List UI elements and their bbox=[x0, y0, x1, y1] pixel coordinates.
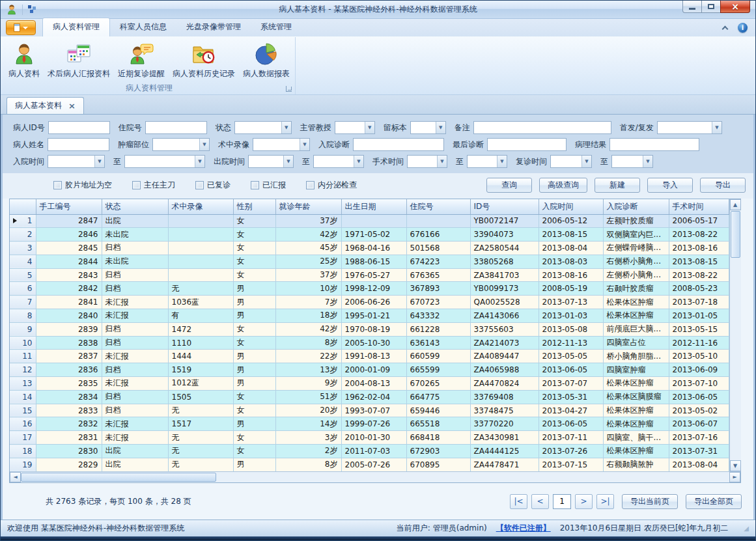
ribbon-button-postop-report-data[interactable]: 术后病人汇报资料 bbox=[44, 39, 114, 81]
ribbon-tab-disc-video-management[interactable]: 光盘录像带管理 bbox=[176, 18, 251, 36]
admission-time-to-combo[interactable] bbox=[124, 155, 205, 168]
scroll-down-button[interactable]: ▼ bbox=[730, 460, 741, 471]
final-diagnosis-input[interactable] bbox=[487, 138, 567, 151]
table-row[interactable]: 122836归档1519男13岁2000-01-09665599ZA406598… bbox=[10, 363, 729, 377]
horizontal-scroll-thumb[interactable] bbox=[21, 473, 216, 482]
professor-combo[interactable] bbox=[335, 121, 375, 134]
scroll-up-button[interactable]: ▲ bbox=[730, 199, 741, 210]
table-row[interactable]: 102838归档1110女8岁2005-10-30636143ZA4214073… bbox=[10, 336, 729, 350]
table-row[interactable]: 162832未汇报1517男14岁1999-07-266655183377022… bbox=[10, 417, 729, 431]
vertical-scroll-track[interactable] bbox=[730, 258, 741, 460]
ribbon-button-patient-history[interactable]: 病人资料历史记录 bbox=[169, 39, 239, 81]
admission-time-from-combo[interactable] bbox=[48, 155, 105, 168]
revisit-time-to-combo[interactable] bbox=[611, 155, 653, 168]
table-row[interactable]: 132835未汇报1012蓝男9岁2004-08-13670265ZA44708… bbox=[10, 377, 729, 391]
ribbon-button-patient-data[interactable]: 病人资料 bbox=[5, 39, 44, 81]
table-row[interactable]: 42844未出院女25岁1988-06-15674223338052682013… bbox=[10, 255, 729, 268]
ribbon-button-revisit-reminder[interactable]: 近期复诊提醒 bbox=[114, 39, 169, 81]
ribbon-tab-system-management[interactable]: 系统管理 bbox=[251, 18, 301, 36]
new-button[interactable]: 新建 bbox=[595, 178, 640, 193]
scroll-left-button[interactable]: ◄ bbox=[10, 472, 21, 482]
table-row[interactable]: 142834归档1505女51岁1962-02-0466477533769408… bbox=[10, 390, 729, 404]
column-header-id-no[interactable]: ID号 bbox=[470, 199, 539, 214]
table-row[interactable]: 152833归档无女20岁1993-07-0765944633748475201… bbox=[10, 404, 729, 417]
scroll-right-button[interactable]: ► bbox=[729, 472, 740, 482]
info-icon[interactable]: i bbox=[738, 23, 748, 33]
table-row[interactable]: 92839归档1472女42岁1970-08-19661228337556032… bbox=[10, 322, 729, 336]
import-button[interactable]: 导入 bbox=[647, 178, 693, 193]
table-row[interactable]: 12847出院女37岁YB00721472006-05-12左额叶胶质瘤2006… bbox=[10, 214, 729, 228]
advanced-query-button[interactable]: 高级查询 bbox=[539, 178, 587, 193]
vertical-scroll-thumb[interactable] bbox=[731, 211, 740, 258]
tumor-site-combo[interactable] bbox=[152, 138, 210, 151]
surgery-time-to-combo[interactable] bbox=[467, 155, 507, 168]
current-page-input[interactable] bbox=[553, 494, 571, 509]
last-page-button[interactable]: >| bbox=[596, 494, 614, 509]
group-dialog-launcher-icon[interactable] bbox=[286, 86, 292, 92]
table-row[interactable]: 62842归档无男10岁1998-12-09367893YB0099173200… bbox=[10, 282, 729, 296]
table-row[interactable]: 82840未汇报有男18岁1995-01-21643332ZA414306620… bbox=[10, 309, 729, 323]
status-combo[interactable] bbox=[234, 121, 292, 134]
query-button[interactable]: 查询 bbox=[486, 178, 532, 193]
remark-input[interactable] bbox=[473, 121, 611, 134]
checkbox-film-address-empty[interactable]: 胶片地址为空 bbox=[53, 180, 112, 191]
checkbox-revisited[interactable]: 已复诊 bbox=[195, 180, 231, 191]
table-row[interactable]: 52843归档女37岁1976-05-27676365ZA38417032013… bbox=[10, 268, 729, 282]
column-header-admission-diagnosis[interactable]: 入院诊断 bbox=[603, 199, 669, 214]
table-row[interactable]: 182830出院无女2岁2011-07-03672903ZA4444125201… bbox=[10, 445, 729, 458]
specimen-combo[interactable] bbox=[410, 121, 446, 134]
export-all-pages-button[interactable]: 导出全部页 bbox=[686, 494, 742, 509]
checkbox-reported[interactable]: 已汇报 bbox=[251, 180, 286, 191]
collapse-ribbon-icon[interactable] bbox=[722, 26, 729, 33]
checkbox-endocrine-exam[interactable]: 内分泌检查 bbox=[306, 180, 357, 191]
close-button[interactable] bbox=[720, 1, 750, 13]
discharge-time-to-combo[interactable] bbox=[313, 155, 364, 168]
next-page-button[interactable]: > bbox=[575, 494, 593, 509]
vertical-scrollbar[interactable]: ▲ ▼ bbox=[729, 199, 741, 471]
surgery-video-combo[interactable] bbox=[253, 138, 310, 151]
pathology-result-input[interactable] bbox=[609, 138, 699, 151]
column-header-admission-no[interactable]: 住院号 bbox=[406, 199, 470, 214]
ribbon-tab-patient-data-management[interactable]: 病人资料管理 bbox=[42, 18, 110, 36]
admission-no-input[interactable] bbox=[145, 121, 207, 134]
first-page-button[interactable]: |< bbox=[510, 494, 527, 509]
export-current-page-button[interactable]: 导出当前页 bbox=[622, 494, 678, 509]
column-header-manual-no[interactable]: 手工编号 bbox=[36, 199, 102, 214]
surgery-time-from-combo[interactable] bbox=[407, 155, 447, 168]
export-button[interactable]: 导出 bbox=[700, 178, 746, 193]
ribbon-button-patient-report[interactable]: 病人数据报表 bbox=[239, 39, 294, 81]
revisit-time-from-combo[interactable] bbox=[550, 155, 592, 168]
license-registered-link[interactable]: 【软件已注册】 bbox=[496, 523, 551, 534]
horizontal-scrollbar[interactable]: ◄ ► bbox=[10, 471, 740, 482]
column-header-row-selector[interactable] bbox=[10, 199, 36, 214]
column-header-surgery-video[interactable]: 术中录像 bbox=[168, 199, 233, 214]
discharge-time-from-combo[interactable] bbox=[248, 155, 294, 168]
table-row[interactable]: 192829出院无男8岁2005-07-26670895ZA4478471201… bbox=[10, 458, 729, 471]
table-row[interactable]: 22846未出院女42岁1971-05-02676166339040732013… bbox=[10, 228, 729, 242]
maximize-button[interactable] bbox=[701, 1, 721, 13]
patient-id-input[interactable] bbox=[48, 121, 110, 134]
tab-patient-basic-info[interactable]: 病人基本资料 bbox=[7, 97, 84, 114]
table-row[interactable]: 32845归档女45岁1968-04-16501568ZA25805442013… bbox=[10, 242, 729, 255]
patient-name-input[interactable] bbox=[48, 138, 109, 151]
column-header-status[interactable]: 状态 bbox=[102, 199, 168, 214]
column-header-surgery-time[interactable]: 手术时间 bbox=[669, 199, 729, 214]
minimize-button[interactable] bbox=[682, 1, 702, 13]
ribbon-tab-department-staff-info[interactable]: 科室人员信息 bbox=[110, 18, 176, 36]
resize-grip-icon[interactable] bbox=[744, 525, 749, 532]
quick-access-grid-icon[interactable] bbox=[27, 5, 37, 14]
tab-close-icon[interactable] bbox=[68, 101, 76, 111]
column-header-birth-date[interactable]: 出生日期 bbox=[341, 199, 406, 214]
application-menu-button[interactable] bbox=[6, 20, 36, 35]
admission-diagnosis-input[interactable] bbox=[353, 138, 444, 151]
column-header-gender[interactable]: 性别 bbox=[233, 199, 275, 214]
table-row[interactable]: 172831未汇报无女3岁2010-01-30668418ZA343098120… bbox=[10, 431, 729, 445]
checkbox-chief-surgeon[interactable]: 主任主刀 bbox=[132, 180, 175, 191]
column-header-age[interactable]: 就诊年龄 bbox=[275, 199, 341, 214]
first-or-recurrence-combo[interactable] bbox=[657, 121, 722, 134]
table-row[interactable]: 112837未汇报1444男22岁1991-08-13660599ZA40894… bbox=[10, 350, 729, 363]
column-header-admission-time[interactable]: 入院时间 bbox=[539, 199, 603, 214]
table-row[interactable]: 72841未汇报1036蓝男7岁2006-06-26670723QA002552… bbox=[10, 296, 729, 309]
previous-page-button[interactable]: < bbox=[531, 494, 549, 509]
horizontal-scroll-track[interactable] bbox=[216, 472, 729, 482]
